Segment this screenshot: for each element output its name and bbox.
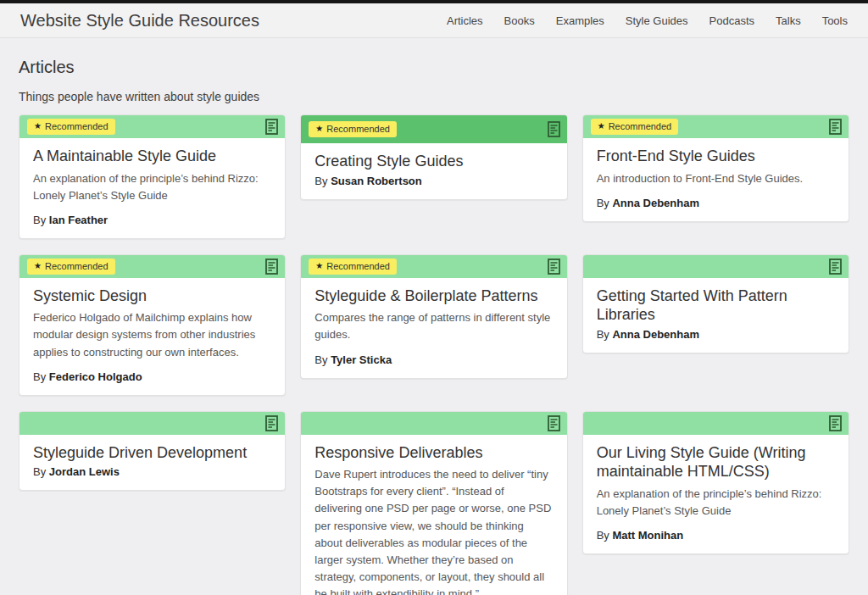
star-icon: ★ xyxy=(34,120,42,131)
card-title[interactable]: A Maintainable Style Guide xyxy=(33,147,271,166)
article-card[interactable]: ★ Recommended Systemic Design Federico H… xyxy=(19,254,286,396)
author-name: Ian Feather xyxy=(49,214,108,226)
card-header: ★ Recommended xyxy=(583,412,849,435)
author-by-label: By xyxy=(33,465,46,478)
author-name: Tyler Sticka xyxy=(331,353,392,366)
card-body: Creating Style Guides By Susan Robertson xyxy=(301,143,566,199)
card-description: Federico Holgado of Mailchimp explains h… xyxy=(33,309,271,360)
article-card[interactable]: ★ Recommended Responsive Deliverables Da… xyxy=(300,411,567,595)
star-icon: ★ xyxy=(315,123,323,134)
nav-item-talks[interactable]: Talks xyxy=(776,14,801,27)
article-card[interactable]: ★ Recommended Our Living Style Guide (Wr… xyxy=(582,411,849,554)
author-by-label: By xyxy=(33,370,46,383)
card-title[interactable]: Styleguide Driven Development xyxy=(33,443,271,463)
card-description: Dave Rupert introduces the need to deliv… xyxy=(314,466,553,595)
article-card[interactable]: ★ Recommended Creating Style Guides By S… xyxy=(300,114,567,200)
card-author: By Federico Holgado xyxy=(33,370,271,383)
card-title[interactable]: Styleguide & Boilerplate Patterns xyxy=(314,286,553,306)
nav-item-tools[interactable]: Tools xyxy=(822,14,848,27)
card-author: By Anna Debenham xyxy=(597,197,835,209)
card-author: By Matt Monihan xyxy=(597,529,835,542)
nav-item-articles[interactable]: Articles xyxy=(447,14,483,27)
article-doc-icon xyxy=(265,259,278,275)
recommended-label: Recommended xyxy=(45,260,108,272)
card-header: ★ Recommended xyxy=(301,115,566,143)
star-icon: ★ xyxy=(598,120,605,131)
author-by-label: By xyxy=(33,214,46,226)
recommended-badge: ★ Recommended xyxy=(27,119,115,135)
star-icon: ★ xyxy=(315,260,323,271)
article-card[interactable]: ★ Recommended A Maintainable Style Guide… xyxy=(19,114,286,239)
card-title[interactable]: Our Living Style Guide (Writing maintain… xyxy=(597,443,835,481)
article-grid: ★ Recommended A Maintainable Style Guide… xyxy=(19,114,849,595)
site-header: Website Style Guide Resources Articles B… xyxy=(0,3,868,38)
card-title[interactable]: Front-End Style Guides xyxy=(597,147,835,166)
card-body: Front-End Style Guides An introduction t… xyxy=(583,138,849,221)
card-description: An explanation of the principle’s behind… xyxy=(33,170,271,204)
card-body: Systemic Design Federico Holgado of Mail… xyxy=(19,278,285,395)
card-header: ★ Recommended xyxy=(19,115,285,138)
author-name: Anna Debenham xyxy=(612,197,699,209)
card-author: By Ian Feather xyxy=(33,214,271,226)
article-doc-icon xyxy=(548,415,560,431)
site-title: Website Style Guide Resources xyxy=(20,11,259,31)
author-by-label: By xyxy=(597,197,609,209)
author-name: Susan Robertson xyxy=(331,175,422,187)
card-title[interactable]: Systemic Design xyxy=(33,286,271,306)
card-author: By Susan Robertson xyxy=(314,175,553,187)
author-by-label: By xyxy=(314,353,327,366)
card-title[interactable]: Getting Started With Pattern Libraries xyxy=(597,286,835,325)
main-nav: Articles Books Examples Style Guides Pod… xyxy=(447,14,848,27)
article-card[interactable]: ★ Recommended Front-End Style Guides An … xyxy=(582,114,849,222)
article-doc-icon xyxy=(829,415,842,431)
card-body: Responsive Deliverables Dave Rupert intr… xyxy=(301,435,566,595)
author-by-label: By xyxy=(597,529,609,542)
main-content: Articles Things people have written abou… xyxy=(0,58,868,595)
article-doc-icon xyxy=(829,119,842,135)
article-doc-icon xyxy=(829,259,842,275)
page-title: Articles xyxy=(19,58,849,77)
nav-item-podcasts[interactable]: Podcasts xyxy=(709,14,754,27)
recommended-badge: ★ Recommended xyxy=(309,121,397,137)
article-doc-icon xyxy=(548,121,560,137)
author-name: Federico Holgado xyxy=(49,370,142,383)
card-author: By Anna Debenham xyxy=(597,328,835,341)
author-by-label: By xyxy=(314,175,327,187)
article-card[interactable]: ★ Recommended Styleguide & Boilerplate P… xyxy=(300,254,567,379)
recommended-badge: ★ Recommended xyxy=(27,259,115,275)
article-doc-icon xyxy=(265,415,278,431)
nav-item-examples[interactable]: Examples xyxy=(556,14,604,27)
card-description: Compares the range of patterns in differ… xyxy=(314,309,553,343)
card-title[interactable]: Creating Style Guides xyxy=(314,152,553,171)
recommended-badge: ★ Recommended xyxy=(591,119,679,135)
author-name: Jordan Lewis xyxy=(49,465,120,478)
card-header: ★ Recommended xyxy=(301,255,566,278)
card-body: Our Living Style Guide (Writing maintain… xyxy=(583,435,849,553)
article-doc-icon xyxy=(265,119,278,135)
card-header: ★ Recommended xyxy=(19,412,285,435)
recommended-label: Recommended xyxy=(326,260,390,272)
star-icon: ★ xyxy=(34,260,42,271)
card-description: An introduction to Front-End Style Guide… xyxy=(597,170,835,187)
card-description: An explanation of the principle’s behind… xyxy=(597,486,835,520)
author-by-label: By xyxy=(597,328,609,341)
recommended-label: Recommended xyxy=(326,123,390,135)
card-header: ★ Recommended xyxy=(19,255,285,278)
page-subtitle: Things people have written about style g… xyxy=(19,90,849,103)
recommended-badge: ★ Recommended xyxy=(309,259,397,275)
article-card[interactable]: ★ Recommended Getting Started With Patte… xyxy=(582,254,849,353)
article-doc-icon xyxy=(548,259,560,275)
card-body: A Maintainable Style Guide An explanatio… xyxy=(19,138,285,238)
card-header: ★ Recommended xyxy=(583,255,849,278)
card-title[interactable]: Responsive Deliverables xyxy=(314,443,553,463)
recommended-label: Recommended xyxy=(45,120,108,132)
author-name: Matt Monihan xyxy=(612,529,683,542)
nav-item-books[interactable]: Books xyxy=(504,14,535,27)
card-body: Getting Started With Pattern Libraries B… xyxy=(583,278,849,353)
nav-item-style-guides[interactable]: Style Guides xyxy=(626,14,688,27)
author-name: Anna Debenham xyxy=(612,328,699,341)
card-header: ★ Recommended xyxy=(301,412,566,435)
card-author: By Tyler Sticka xyxy=(314,353,553,366)
card-header: ★ Recommended xyxy=(583,115,849,138)
article-card[interactable]: ★ Recommended Styleguide Driven Developm… xyxy=(19,411,286,492)
